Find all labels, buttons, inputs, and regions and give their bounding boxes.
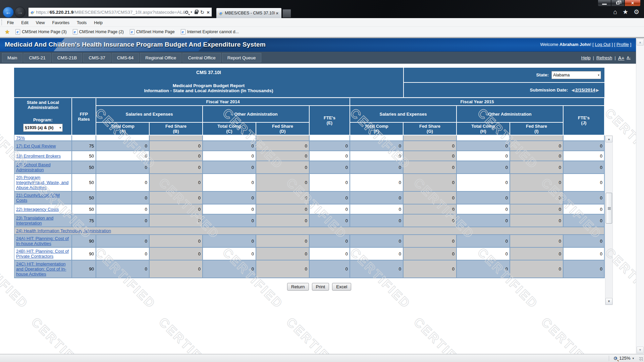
report-title-line2: Information - State and Local Administra…: [14, 88, 403, 93]
submission-date-link[interactable]: 2/15/2014: [575, 87, 595, 93]
favorite-link[interactable]: CMSnet Home Page: [127, 29, 178, 35]
scroll-up-icon[interactable]: ▲: [605, 136, 612, 142]
report-form-id: CMS 37.10I: [14, 70, 403, 75]
profile-link[interactable]: Profile: [616, 42, 629, 47]
refresh-link[interactable]: Refresh: [596, 55, 612, 60]
value-cell: 0: [150, 248, 203, 260]
nav-tab-regional-office[interactable]: Regional Office: [140, 53, 181, 62]
favorite-link[interactable]: Internet Explorer cannot d...: [178, 29, 242, 35]
nav-tab-cms-21[interactable]: CMS-21: [23, 53, 51, 62]
value-cell: 0: [350, 161, 404, 174]
next-date-icon[interactable]: ▶: [596, 88, 599, 93]
nav-tab-cms-64[interactable]: CMS-64: [112, 53, 139, 62]
row-link[interactable]: 20) Program Integrity/Fraud, Waste, and …: [16, 175, 68, 190]
font-decrease-link[interactable]: A-: [627, 56, 631, 60]
home-icon[interactable]: ⌂: [613, 9, 617, 15]
tab-title: MBES/CBES - CMS 37.10I: [225, 11, 275, 15]
value-cell: 0: [564, 192, 605, 204]
ffp-rate-cell: 90: [72, 248, 96, 260]
status-separator: [609, 356, 609, 361]
row-link[interactable]: 75%: [16, 135, 25, 140]
menu-view[interactable]: View: [32, 20, 49, 25]
favorite-link[interactable]: CMSnet Home Page (3): [12, 29, 69, 35]
value-cell: 0: [256, 204, 310, 215]
add-favorite-icon[interactable]: ★: [5, 28, 10, 36]
font-increase-link[interactable]: A+: [618, 55, 625, 61]
fy15-other-admin-header: Other Administration: [457, 106, 564, 123]
restore-button[interactable]: [611, 0, 625, 6]
new-tab-button[interactable]: [282, 9, 291, 18]
certified-watermark: CERTIFIED: [283, 315, 350, 354]
row-link[interactable]: 24) Health Information Technology Admini…: [16, 228, 111, 233]
minimize-icon: [602, 4, 607, 5]
prev-date-icon[interactable]: ◀: [571, 88, 574, 93]
nav-tab-report-queue[interactable]: Report Queue: [222, 53, 261, 62]
search-icon[interactable]: [185, 11, 188, 14]
program-select[interactable]: §1935 (a) & (b) ▾: [23, 124, 63, 132]
stop-icon[interactable]: ×: [207, 10, 210, 15]
value-cell: 0: [457, 151, 510, 161]
col-I-header: Fed Share(I): [510, 123, 564, 135]
page-scroll-up-icon[interactable]: ▲: [637, 39, 644, 46]
corner-header: State and Local Administration Program: …: [14, 98, 72, 135]
row-link[interactable]: 19) School Based Administration: [16, 162, 51, 172]
address-bar[interactable]: e https://65.220.21.9/MBESCBES/CMS37/CMS…: [28, 7, 212, 17]
nav-tab-cms-21b[interactable]: CMS-21B: [52, 53, 83, 62]
col-C-header: Total Comp(C): [203, 123, 256, 135]
nav-tab-cms-37[interactable]: CMS-37: [83, 53, 111, 62]
row-link[interactable]: 21) County/Local ADM Costs: [16, 193, 60, 203]
nav-tab-central-office[interactable]: Central Office: [182, 53, 221, 62]
print-button[interactable]: Print: [312, 283, 329, 291]
help-link[interactable]: Help: [581, 55, 591, 60]
url-text[interactable]: https://65.220.21.9/MBESCBES/CMS37/CMS37…: [36, 10, 185, 15]
minimize-button[interactable]: [598, 0, 611, 6]
scrollbar-thumb[interactable]: [606, 193, 612, 224]
scroll-down-icon[interactable]: ▼: [605, 298, 612, 305]
row-link[interactable]: 24C) HIT: Implementation and Operation: …: [16, 261, 66, 277]
page-scrollbar[interactable]: ▲ ▼: [636, 38, 644, 354]
back-button[interactable]: ←: [3, 7, 14, 18]
zoom-caret-icon[interactable]: ▾: [632, 357, 634, 360]
value-cell: 0: [256, 161, 310, 174]
value-cell: 0: [203, 215, 256, 227]
table-scrollbar[interactable]: ▲ ▼: [605, 135, 613, 305]
tab-close-icon[interactable]: ×: [275, 11, 279, 16]
welcome-prefix: Welcome: [540, 42, 560, 47]
logout-link[interactable]: Log Out: [595, 42, 610, 47]
menu-file[interactable]: File: [3, 20, 17, 25]
value-cell: [310, 135, 350, 141]
value-cell: 0: [404, 215, 457, 227]
row-link[interactable]: 17) Ext Qual Review: [16, 143, 56, 148]
row-link[interactable]: 23) Translation and Interpretation: [16, 216, 53, 226]
state-select[interactable]: Alabama ▾: [551, 71, 601, 79]
value-cell: 0: [404, 248, 457, 260]
browser-tab[interactable]: e MBES/CBES - CMS 37.10I ×: [216, 8, 282, 18]
forward-button[interactable]: →: [14, 7, 25, 18]
zoom-level[interactable]: 125%: [619, 356, 630, 361]
page-scroll-down-icon[interactable]: ▼: [637, 347, 644, 353]
state-select-caret-icon: ▾: [596, 73, 599, 77]
favorites-star-icon[interactable]: ★: [623, 9, 628, 15]
forward-icon: →: [17, 9, 23, 16]
favorite-link[interactable]: CMSnet Home Page (2): [70, 29, 127, 35]
close-button[interactable]: ×: [625, 0, 641, 6]
menu-favorites[interactable]: Favorites: [49, 20, 73, 25]
restore-icon: [616, 2, 620, 4]
row-link[interactable]: 24B) HIT: Planning: Cost of Private Cont…: [16, 249, 69, 259]
refresh-icon[interactable]: ↻: [200, 10, 205, 15]
ffp-rate-cell: [72, 135, 96, 141]
ffp-rate-cell: 50: [72, 204, 96, 215]
gear-icon[interactable]: ⚙: [634, 9, 639, 15]
row-link[interactable]: 24A) HIT: Planning: Cost of In-house Act…: [16, 236, 69, 246]
excel-button[interactable]: Excel: [332, 283, 351, 291]
row-link[interactable]: 22) Interagency Costs: [16, 207, 59, 212]
row-label-cell: 19) School Based Administration: [14, 161, 72, 174]
menu-tools[interactable]: Tools: [73, 20, 90, 25]
menu-edit[interactable]: Edit: [17, 20, 32, 25]
row-link[interactable]: 18) Enrollment Brokers: [16, 154, 61, 159]
nav-tab-main[interactable]: Main: [2, 53, 22, 62]
certified-watermark: CERTIFIED: [538, 315, 605, 354]
search-dropdown-icon[interactable]: ▾: [191, 10, 192, 14]
return-button[interactable]: Return: [287, 283, 309, 291]
menu-help[interactable]: Help: [90, 20, 106, 25]
